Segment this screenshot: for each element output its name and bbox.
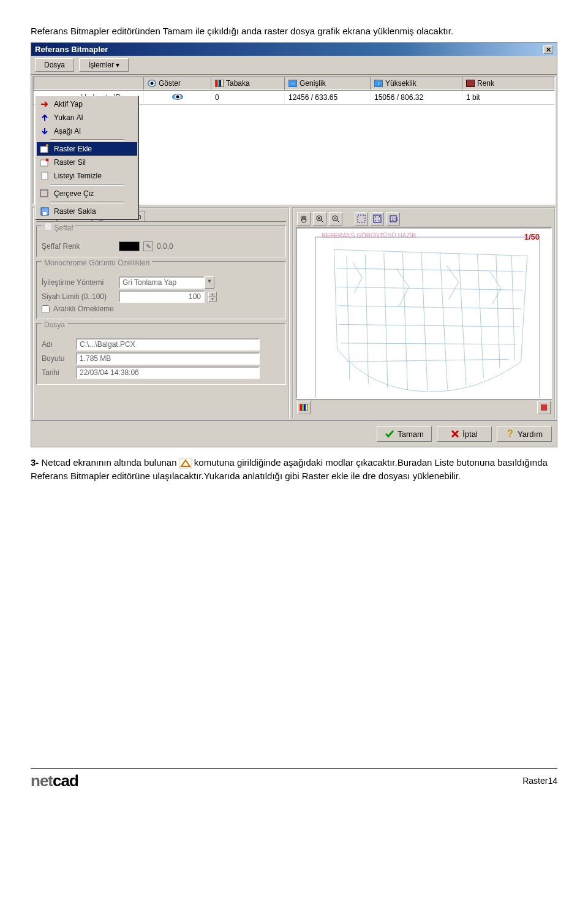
cell-tabaka: 0 <box>211 92 285 103</box>
seffaf-renk-label: Şeffaf Renk <box>42 242 115 251</box>
boyut-label: Boyutu <box>42 354 72 363</box>
dosya-dropdown: Aktif Yap Yukarı Al Aşağı Al Raster Ekle… <box>35 96 139 220</box>
adi-value: C:\...\Balgat.PCX <box>76 338 260 351</box>
menu-islemler[interactable]: İşlemler ▾ <box>79 58 129 72</box>
arrow-up-icon <box>39 113 50 123</box>
monochrome-group: Monochrome Görüntü Özellikleri İyileştir… <box>36 261 286 319</box>
fit-extent-button[interactable] <box>371 212 384 226</box>
page-footer: netcad Raster14 <box>0 765 588 803</box>
palette-button[interactable] <box>297 401 311 414</box>
zoom-out-button[interactable] <box>329 212 342 226</box>
yontem-label: İyileştirme Yöntemi <box>42 278 115 287</box>
svg-rect-14 <box>541 404 547 411</box>
boyut-value: 1.785 MB <box>76 352 260 365</box>
raster-table: Göster Tabaka ↔Genişlik ↕Yükseklik Renk … <box>32 76 556 205</box>
eye-icon <box>172 94 183 100</box>
layers-icon <box>215 80 224 87</box>
save-icon <box>39 207 50 216</box>
zoom-in-button[interactable] <box>313 212 326 226</box>
col-tabaka[interactable]: Tabaka <box>226 79 250 88</box>
marker-button[interactable] <box>537 401 551 414</box>
svg-rect-9 <box>358 215 365 222</box>
preview-panel: 1:1 REFERANS GÖRÜNTÜSÜ HAZIR 1/50 <box>292 207 556 419</box>
table-header-row: Göster Tabaka ↔Genişlik ↕Yükseklik Renk <box>34 77 554 91</box>
dialog-buttons: Tamam İptal ?Yardım <box>31 420 557 447</box>
adi-label: Adı <box>42 340 72 349</box>
color-swatch[interactable] <box>119 241 140 251</box>
menu-dosya[interactable]: Dosya <box>35 58 74 72</box>
col-renk[interactable]: Renk <box>477 79 494 88</box>
preview-toolbar: 1:1 <box>296 211 552 227</box>
tamam-button[interactable]: Tamam <box>377 426 432 442</box>
actual-size-button[interactable]: 1:1 <box>386 212 400 226</box>
seffaf-checkbox[interactable] <box>44 222 52 230</box>
menu-liste-temizle[interactable]: Listeyi Temizle <box>37 169 137 183</box>
hand-tool-button[interactable] <box>297 212 311 226</box>
menu-asagi-al[interactable]: Aşağı Al <box>37 124 137 138</box>
netcad-logo: netcad <box>31 772 78 791</box>
svg-rect-0 <box>40 146 48 153</box>
triangle-up-icon <box>179 458 192 468</box>
seffaf-group: Şeffaf Şeffaf Renk ✎ 0,0,0 <box>36 226 286 257</box>
menu-yukari-al[interactable]: Yukarı Al <box>37 111 137 124</box>
add-image-icon <box>39 144 50 154</box>
clear-list-icon <box>39 171 50 181</box>
tarih-value: 22/03/04 14:38:06 <box>76 366 260 379</box>
referans-bitmapler-window: Referans Bitmapler ✕ Dosya İşlemler ▾ Gö… <box>31 42 557 447</box>
svg-text:?: ? <box>507 428 513 439</box>
menubar: Dosya İşlemler ▾ <box>31 56 557 75</box>
iptal-button[interactable]: İptal <box>437 426 492 442</box>
aralik-checkbox[interactable] <box>42 305 50 313</box>
close-icon[interactable]: ✕ <box>543 45 553 54</box>
cell-yukseklik: 15056 / 806.32 <box>371 92 462 103</box>
col-goster[interactable]: Göster <box>159 79 181 88</box>
menu-aktif-yap[interactable]: Aktif Yap <box>37 97 137 111</box>
intro-text: Referans Bitmapler editöründen Tamam ile… <box>31 25 557 37</box>
svg-rect-3 <box>40 190 48 197</box>
color-picker-button[interactable]: ✎ <box>143 241 153 251</box>
svg-rect-10 <box>374 215 381 222</box>
cell-genislik: 12456 / 633.65 <box>285 92 371 103</box>
page-number: Raster14 <box>522 776 557 786</box>
tarih-label: Tarihi <box>42 368 72 377</box>
properties-panel: 'alar Palet 🌐Projeksiyon Şeffaf Şeffaf R… <box>32 207 290 419</box>
zoom-window-button[interactable] <box>355 212 368 226</box>
arrow-right-icon <box>39 99 50 109</box>
cell-renk: 1 bit <box>462 92 554 103</box>
seffaf-rgb-value: 0,0,0 <box>157 242 173 251</box>
menu-cerceve-ciz[interactable]: Çerçeve Çiz <box>37 187 137 200</box>
svg-rect-4 <box>40 190 48 197</box>
chevron-down-icon[interactable]: ▼ <box>205 276 214 289</box>
map-preview[interactable]: REFERANS GÖRÜNTÜSÜ HAZIR 1/50 <box>296 227 552 399</box>
cross-icon <box>451 430 459 438</box>
help-icon: ? <box>506 429 514 439</box>
aralik-label: Aralıklı Örnekleme <box>53 305 114 313</box>
width-icon: ↔ <box>288 80 297 87</box>
color-icon <box>466 80 475 87</box>
dosya-group: Dosya AdıC:\...\Balgat.PCX Boyutu1.785 M… <box>36 323 286 385</box>
window-title: Referans Bitmapler <box>35 45 108 54</box>
menu-raster-sil[interactable]: Raster Sil <box>37 156 137 169</box>
menu-raster-ekle[interactable]: Raster Ekle <box>37 142 137 156</box>
col-genislik[interactable]: Genişlik <box>300 79 326 88</box>
check-icon <box>385 430 394 438</box>
arrow-down-icon <box>39 126 50 136</box>
menu-raster-sakla[interactable]: Raster Sakla <box>37 205 137 218</box>
delete-image-icon <box>39 157 50 167</box>
yardim-button[interactable]: ?Yardım <box>497 426 552 442</box>
limit-spinner[interactable]: ▲▼ <box>208 292 217 301</box>
col-yukseklik[interactable]: Yükseklik <box>385 79 417 88</box>
svg-rect-13 <box>315 237 540 399</box>
limit-input[interactable]: 100 <box>119 290 205 303</box>
limit-label: Siyah Limiti (0..100) <box>42 292 115 301</box>
step-3-text: 3- Netcad ekranının altında bulunan komu… <box>31 456 557 483</box>
map-svg <box>315 237 540 399</box>
titlebar: Referans Bitmapler ✕ <box>31 43 557 56</box>
svg-rect-2 <box>42 172 48 180</box>
svg-text:1:1: 1:1 <box>391 216 399 222</box>
svg-rect-6 <box>43 212 47 215</box>
height-icon: ↕ <box>374 80 383 87</box>
eye-icon <box>148 80 156 87</box>
palette-icon <box>300 404 308 411</box>
yontem-combo[interactable]: Gri Tonlama Yap ▼ <box>119 276 214 289</box>
